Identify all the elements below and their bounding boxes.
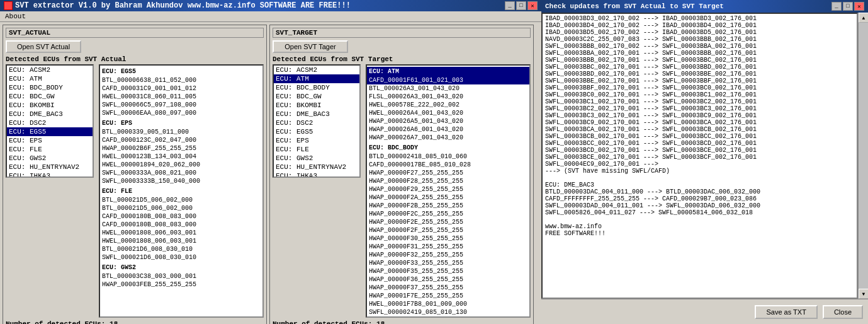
svt-actual-detected-label: Detected ECUs from SVT Actual [6,55,264,63]
right-maximize-button[interactable]: □ [843,2,853,11]
details-item: ECU: FLE [100,187,262,196]
list-item[interactable]: ECU: BKOMBI [7,101,93,110]
details-item: HWEL_0000123B_134_003_004 [100,153,262,161]
minimize-button[interactable]: _ [505,1,515,10]
content-area: SVT_ACTUAL Open SVT Actual Detected ECUs… [0,22,541,324]
details-item: HWAP_000026A6_001_043_020 [367,125,529,134]
details-item: HWAP_00000F35_255_255_255 [367,267,529,275]
svt-target-ecu-list[interactable]: ECU: ACSM2 ECU: ATM ECU: BDC_BODY ECU: B… [273,64,361,178]
log-line: SWFL_0005826_004_011_027 ---> SWFL_00005… [544,209,855,216]
details-item: HWEL_000578E_222_002_002 [367,101,529,109]
list-item[interactable]: ECU: BDC_BODY [274,83,359,92]
details-item: HWEL_00001808_006_003_001 [100,237,262,245]
right-minimize-button[interactable]: _ [831,2,842,11]
log-line: SWFL_00003BC9_002_170_001 ---> SWFL_0000… [544,119,855,126]
list-item[interactable]: ECU: IHKA3 [7,171,93,178]
details-item: CAFD_0000123C_002_047_000 [100,136,262,144]
open-svt-target-button[interactable]: Open SVT Tager [273,40,348,53]
about-menu[interactable]: About [3,11,28,21]
list-item[interactable]: ECU: GWS2 [7,154,93,163]
details-item: HWAP_00000F28_255_255_255 [367,177,529,185]
list-item[interactable]: ECU: BDC_GW [7,92,93,101]
details-item: SWFL_00003333B_150_040_000 [100,177,262,185]
list-item[interactable]: ECU: ACSM2 [7,66,93,74]
list-item[interactable]: ECU: ATM [7,74,93,83]
details-item: HWAP_000026A7_001_043_020 [367,134,529,142]
close-button[interactable]: ✕ [527,1,538,10]
list-item[interactable]: ECU: BDC_GW [274,92,359,101]
open-svt-actual-button[interactable]: Open SVT Actual [6,40,81,53]
details-item: ECU: BDC_BODY [367,143,529,153]
title-bar-left: SVT extractor V1.0 by Bahram Akhundov ww… [4,1,351,10]
svt-target-section: SVT_TARGET Open SVT Tager Detected ECUs … [269,25,534,324]
list-item[interactable]: ECU: FLE [274,145,359,154]
svt-actual-section: SVT_ACTUAL Open SVT Actual Detected ECUs… [3,25,267,324]
list-item[interactable]: ECU: EPS [7,136,93,145]
log-line: SWFL_00003BC1_002_170_001 ---> SWFL_0000… [544,98,855,105]
svt-actual-details-list[interactable]: ECU: EGS5 BTL_000006638_011_052_000 CAFD… [99,64,264,318]
details-item: HWAP_00000F2A_255_255_255 [367,194,529,202]
details-item: HWAP_00000F2B_255_255_255 [367,202,529,210]
svt-target-num-detected: Number of detected ECUs: 18 [273,320,531,324]
svt-target-title: SVT_TARGET [273,28,531,38]
log-line: ECU: DME_BAC3 [544,182,855,188]
log-line: CAFD_FFFFFFFF_255_255_255 ---> CAFD_0000… [544,195,855,202]
list-item[interactable]: ECU: HU_ENTRYNAV2 [7,163,93,171]
scroll-down-button[interactable]: ▼ [859,289,868,299]
list-item[interactable]: ECU: GWS2 [274,154,359,163]
list-item[interactable]: ECU: EGS5 [7,127,93,136]
list-item[interactable]: ECU: ACSM2 [274,66,359,74]
log-line: SWFL_00003BBA_002_170_001 ---> SWFL_0000… [544,50,855,57]
right-scrollbar[interactable]: ▲ ▼ [858,13,868,299]
details-item: SWFL_000066C5_097_108_000 [100,101,262,109]
details-item: HWAP_00000F29_255_255_255 [367,185,529,194]
details-item: ECU: EPS [100,119,262,128]
maximize-button[interactable]: □ [516,1,526,10]
details-item: HWAP_00001F7E_255_255_255 [367,292,529,300]
log-line: SWFL_00004EC9_002_170_001 ---> [544,161,855,168]
details-item: HWAP_00000F31_255_255_255 [367,243,529,251]
details-item: FLSL_000026A3_001_043_020 [367,93,529,101]
title-bar: SVT extractor V1.0 by Bahram Akhundov ww… [0,0,541,11]
close-log-button[interactable]: Close [823,305,863,319]
details-item: HWEL_000031C8_060_011_005 [100,93,262,101]
list-item[interactable]: ECU: EGS5 [274,127,359,136]
details-item: BTLD_000002418_085_010_060 [367,153,529,161]
log-line: SWFL_00003BBF_002_170_001 ---> SWFL_0000… [544,84,855,91]
right-log-area[interactable]: IBAD_00003BD3_002_170_002 ---> IBAD_0000… [541,13,858,299]
list-item[interactable]: ECU: FLE [7,145,93,154]
details-item: CAFD_0000180B_008_083_000 [100,221,262,229]
details-item: BTL_000026A3_001_043_020 [367,84,529,93]
list-item[interactable]: ECU: BDC_BODY [7,83,93,92]
log-line: IBAD_00003BD4_002_170_002 ---> IBAD_0000… [544,22,855,29]
right-close-button[interactable]: ✕ [854,2,864,11]
list-item[interactable]: ECU: DME_BAC3 [7,110,93,119]
log-line: SWFL_00003BC0_002_170_001 ---> SWFL_0000… [544,91,855,98]
list-item[interactable]: ECU: DME_BAC3 [274,110,359,119]
log-line: SWFL_00003BCA_002_170_001 ---> SWFL_0000… [544,126,855,133]
list-item[interactable]: ECU: ATM [274,74,359,83]
log-line: BTLD_000003DAC_004_011_000 ---> BTLD_000… [544,188,855,195]
save-as-txt-button[interactable]: Save as TXT [755,305,817,319]
details-item: SWFL_0000333A_008_021_000 [100,169,262,177]
list-item[interactable]: ECU: DSC2 [7,119,93,127]
right-title-bar: Check updates from SVT Actual to SVT Tar… [541,0,868,13]
details-item: CAFD_00001F61_001_021_003 [367,76,529,84]
details-item: HWAP_00000F32_255_255_255 [367,251,529,259]
log-line: SWFL_00003BC2_002_170_001 ---> SWFL_0000… [544,105,855,112]
svt-target-inner: ECU: ACSM2 ECU: ATM ECU: BDC_BODY ECU: B… [273,64,531,318]
details-item: HWAP_00000F27_255_255_255 [367,169,529,177]
list-item[interactable]: ECU: EPS [274,136,359,145]
svt-target-details-list[interactable]: ECU: ATM CAFD_00001F61_001_021_003 BTL_0… [366,64,531,318]
menu-bar: About [0,11,541,22]
list-item[interactable]: ECU: HU_ENTRYNAV2 [274,163,359,171]
list-item[interactable]: ECU: IHKA3 [274,171,359,178]
list-item[interactable]: ECU: DSC2 [274,119,359,127]
scroll-up-button[interactable]: ▲ [859,13,868,23]
log-line: FREE SOFTWARE!!! [544,230,855,237]
details-item: SWFL_00006EAA_080_097_000 [100,109,262,117]
log-line: SWFL_00003BCC_002_170_001 ---> SWFL_0000… [544,140,855,147]
details-item: BTL_000021D5_006_002_000 [100,204,262,212]
list-item[interactable]: ECU: BKOMBI [274,101,359,110]
svt-actual-ecu-list[interactable]: ECU: ACSM2 ECU: ATM ECU: BDC_BODY ECU: B… [6,64,94,178]
